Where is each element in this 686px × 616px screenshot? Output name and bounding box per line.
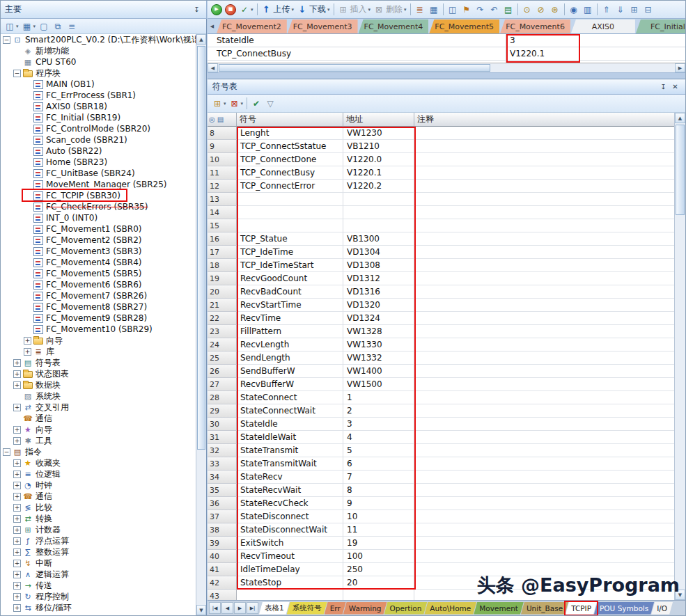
address-cell[interactable]: VD1316 <box>343 285 414 299</box>
comment-cell[interactable] <box>414 259 674 272</box>
next-sheet-icon[interactable]: ▶ <box>234 602 246 614</box>
tree-item[interactable]: +✱工具 <box>1 435 196 446</box>
tree-item[interactable]: AXIS0 (SBR18) <box>1 101 196 112</box>
sheet-tab-warming[interactable]: Warming <box>343 602 387 615</box>
address-cell[interactable]: 100 <box>343 550 414 563</box>
tree-item[interactable]: MAIN (OB1) <box>1 79 196 90</box>
symbol-cell[interactable]: StateDisconnect <box>237 510 343 523</box>
symbol-cell[interactable]: StateTransmit <box>237 444 343 457</box>
insert-button[interactable]: ⊞插入▾ <box>336 3 373 17</box>
tree-item[interactable]: FC_Movement7 (SBR26) <box>1 290 196 301</box>
tab-fc-movement5[interactable]: FC_Movement5 <box>429 19 499 33</box>
insert-row-button[interactable]: ⊞▾ <box>210 97 228 111</box>
unforce-values-icon[interactable]: ⊘ <box>534 3 548 17</box>
symbol-cell[interactable] <box>237 206 343 219</box>
tree-item[interactable]: +↯中断 <box>1 558 196 569</box>
collapse-icon[interactable]: − <box>3 448 10 456</box>
expand-icon[interactable]: + <box>13 471 21 478</box>
bookmark-toggle-icon[interactable]: ⚑ <box>460 3 474 17</box>
tree-item[interactable]: ☎通信 <box>1 413 196 424</box>
address-cell[interactable]: 4 <box>343 431 414 444</box>
comment-cell[interactable] <box>414 404 674 418</box>
tree-item[interactable]: INT_0 (INT0) <box>1 212 196 223</box>
row-number-cell[interactable]: 15 <box>208 219 237 232</box>
promote-icon[interactable]: ⇑ <box>600 3 614 17</box>
scroll-right-icon[interactable]: ▶ <box>675 63 685 72</box>
symbol-cell[interactable]: StateRecvCheck <box>237 497 343 510</box>
delete-row-button[interactable]: ⊠▾ <box>228 97 245 111</box>
address-cell[interactable]: VB1210 <box>343 140 414 153</box>
tab-axis0[interactable]: AXIS0 <box>571 19 635 33</box>
row-number-cell[interactable]: 32 <box>208 444 237 457</box>
project-tree-scrollbar[interactable]: ▲ ▼ <box>196 34 206 615</box>
comment-cell[interactable] <box>414 219 674 232</box>
dropdown-caret-icon[interactable]: ▾ <box>404 7 407 13</box>
symbol-cell[interactable]: StateDisconnectWait <box>237 523 343 537</box>
row-number-cell[interactable]: 12 <box>208 180 237 193</box>
comment-cell[interactable] <box>414 206 674 219</box>
tree-item[interactable]: FC_ControlMode (SBR20) <box>1 123 196 134</box>
tree-item[interactable]: +≣库 <box>1 346 196 357</box>
tab-fc-movement2[interactable]: FC_Movement2 <box>217 19 287 33</box>
tab-fc-movement6[interactable]: FC_Movement6 <box>500 19 570 33</box>
symbol-cell[interactable]: TCP_ConnectDone <box>237 153 343 166</box>
symbol-cell[interactable]: RecvLength <box>237 338 343 352</box>
address-cell[interactable]: VB1300 <box>343 232 414 246</box>
row-number-cell[interactable]: 27 <box>208 378 237 391</box>
pou-protection-icon[interactable]: ▤ <box>501 3 515 17</box>
comment-cell[interactable] <box>414 365 674 378</box>
comment-cell[interactable] <box>414 285 674 299</box>
comment-cell[interactable] <box>414 484 674 497</box>
horizontal-scrollbar[interactable]: ◀ ▶ <box>208 63 685 73</box>
symbol-cell[interactable]: RecvBadCount <box>237 285 343 299</box>
tree-item[interactable]: +⇄交叉引用 <box>1 402 196 413</box>
row-number-cell[interactable]: 37 <box>208 510 237 523</box>
collapse-icon[interactable]: − <box>3 36 10 44</box>
expand-icon[interactable]: + <box>13 459 21 467</box>
address-cell[interactable]: VW1230 <box>343 127 414 140</box>
comment-cell[interactable] <box>414 338 674 352</box>
expand-icon[interactable]: + <box>13 582 21 590</box>
tab-fc-initial[interactable]: FC_Initial <box>636 19 685 33</box>
expand-icon[interactable]: + <box>13 370 21 378</box>
dropdown-caret-icon[interactable]: ▾ <box>327 7 330 13</box>
expand-icon[interactable]: + <box>13 482 21 489</box>
upload-button[interactable]: ↑上传▾ <box>260 3 296 17</box>
comment-cell[interactable] <box>414 166 674 180</box>
scroll-thumb[interactable] <box>197 46 205 450</box>
tree-item[interactable]: −▤指令 <box>1 446 196 457</box>
address-cell[interactable] <box>343 193 414 206</box>
tree-item[interactable]: −⊡Smart200PLC_V0.2 (D:\工作资料\Work\视谐) <box>1 34 196 45</box>
scroll-thumb[interactable] <box>219 64 490 72</box>
address-cell[interactable]: VW1332 <box>343 352 414 365</box>
symbol-cell[interactable]: RecvGoodCount <box>237 272 343 285</box>
tree-item[interactable]: Scan_code (SBR21) <box>1 134 196 145</box>
address-cell[interactable]: V1220.1 <box>343 166 414 180</box>
symbol-cell[interactable]: RecvBufferW <box>237 378 343 391</box>
symbol-cell[interactable]: StateIdle <box>208 34 506 47</box>
address-cell[interactable]: VD1308 <box>343 259 414 272</box>
address-cell[interactable]: 20 <box>343 576 414 590</box>
download-button[interactable]: ↓下载▾ <box>295 3 332 17</box>
tree-item[interactable]: FC_TCPIP (SBR30) <box>1 190 196 201</box>
expand-icon[interactable]: + <box>13 404 21 411</box>
tree-item[interactable]: MoveMent_Manager (SBR25) <box>1 179 196 190</box>
comment-cell[interactable] <box>580 47 685 60</box>
symbol-cell[interactable]: StateStop <box>237 576 343 590</box>
address-cell[interactable]: V1220.0 <box>343 153 414 166</box>
row-number-cell[interactable]: 14 <box>208 206 237 219</box>
address-cell[interactable]: VD1304 <box>343 246 414 259</box>
row-number-cell[interactable]: 11 <box>208 166 237 180</box>
row-number-cell[interactable]: 10 <box>208 153 237 166</box>
row-number-cell[interactable]: 16 <box>208 232 237 246</box>
address-cell[interactable]: 250 <box>343 563 414 576</box>
stop-button[interactable]: ■ <box>224 3 237 17</box>
tree-item[interactable]: +ƒ浮点运算 <box>1 535 196 546</box>
view-table-button[interactable]: ▦▾ <box>20 19 38 33</box>
comment-cell[interactable] <box>414 431 674 444</box>
symbol-cell[interactable]: TCP_IdeTimeStart <box>237 259 343 272</box>
address-cell[interactable]: VD1312 <box>343 272 414 285</box>
expand-icon[interactable]: + <box>13 560 21 567</box>
comment-cell[interactable] <box>414 378 674 391</box>
symbol-cell[interactable]: Lenght <box>237 127 343 140</box>
